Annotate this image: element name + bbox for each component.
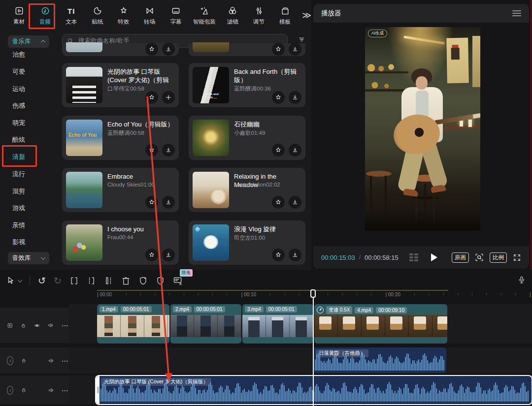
favorite-button[interactable] [272, 144, 285, 156]
download-button[interactable] [162, 249, 175, 261]
play-button[interactable] [431, 253, 437, 261]
delete-button[interactable] [121, 276, 131, 285]
playhead-handle[interactable] [310, 289, 316, 298]
category-yingshi[interactable]: 影视 [12, 238, 47, 247]
select-tool-button[interactable] [6, 276, 22, 285]
mute-track-icon[interactable] [48, 357, 54, 365]
favorite-button[interactable] [145, 91, 158, 104]
tab-templates[interactable]: 模板 [273, 5, 297, 26]
tab-captions[interactable]: 字幕 [164, 5, 188, 26]
split-button[interactable] [69, 276, 79, 285]
redo-button[interactable]: ↻ [54, 276, 62, 285]
tab-media[interactable]: 素材 [7, 5, 31, 26]
category-qingxin[interactable]: 清新 [12, 153, 47, 161]
timeline-ruler[interactable]: | 00:00| 00:10| 00:20| 00:30 [0, 289, 532, 301]
player-menu-icon[interactable] [512, 10, 521, 16]
remove-captions-button[interactable]: 限免 [173, 276, 183, 285]
lock-icon[interactable] [21, 322, 26, 329]
tab-adjust[interactable]: 调节 [247, 5, 271, 26]
category-yundong[interactable]: 运动 [12, 85, 47, 94]
preview-zoom-button[interactable] [475, 253, 484, 262]
favorite-button[interactable] [272, 91, 285, 104]
download-button[interactable] [289, 43, 301, 56]
category-kuxuan[interactable]: 酷炫 [12, 135, 47, 144]
song-artwork [66, 67, 102, 103]
tab-filters[interactable]: 滤镜 [221, 5, 245, 26]
hide-track-icon[interactable] [34, 321, 40, 330]
category-qinqing[interactable]: 亲情 [12, 221, 47, 230]
clip-trim-handle[interactable] [96, 376, 100, 404]
original-quality-button[interactable]: 原画 [452, 252, 469, 263]
audio-clip-title: 光阴的故事 口琴版 (Cover 罗大佑)（剪辑版） [101, 378, 211, 386]
video-clip-1[interactable]: 1.mp400:00:05:01 [97, 304, 169, 344]
tab-text[interactable]: TI 文本 [59, 5, 83, 26]
category-mengchong[interactable]: 萌宠 [12, 119, 47, 127]
favorite-button[interactable] [272, 43, 285, 56]
video-preview[interactable]: AI生成 [365, 27, 480, 231]
lock-icon[interactable] [21, 357, 27, 364]
frame-preview-icon[interactable] [409, 253, 418, 261]
video-clip-4[interactable]: 变速 0.5X 4.mp4 00:00:09:10 [314, 304, 447, 344]
favorite-button[interactable] [145, 144, 158, 156]
record-voiceover-icon[interactable] [517, 276, 526, 284]
favorite-button[interactable] [272, 249, 285, 261]
audio-clip-harmonica-selected[interactable]: 光阴的故事 口琴版 (Cover 罗大佑)（剪辑版） [96, 376, 532, 404]
category-keai[interactable]: 可爱 [12, 67, 47, 76]
track-more-options[interactable]: ⋯ [62, 321, 69, 329]
sound-effects-library-section[interactable]: 音效库 [8, 252, 49, 264]
track-more-options[interactable]: ⋯ [62, 357, 69, 365]
download-button[interactable] [289, 144, 301, 156]
video-clip-3[interactable]: 3.mp400:00:05:01 [242, 304, 313, 344]
split-keep-right-button[interactable] [104, 276, 113, 285]
music-card[interactable]: 光阴的故事 口琴版 (Cover 罗大佑)（剪辑版） 口琴伟宝00:58 [62, 63, 179, 107]
download-button[interactable] [162, 144, 175, 156]
aspect-ratio-button[interactable]: 比例 [490, 252, 507, 263]
undo-button[interactable]: ↺ [38, 276, 46, 285]
add-to-timeline-button[interactable] [162, 91, 175, 104]
music-card[interactable]: 浪漫 Vlog 旋律 司空左01:00 [189, 220, 305, 265]
download-button[interactable] [289, 91, 301, 104]
tab-smart-package[interactable]: 智能包装 [190, 5, 219, 26]
mute-track-icon[interactable] [48, 321, 54, 329]
download-button[interactable] [162, 43, 175, 56]
tab-audio[interactable]: 音频 [33, 5, 57, 26]
music-card[interactable]: Embrace Cloudy Skies01:00 [62, 168, 179, 212]
category-shanggan[interactable]: 伤感 [12, 101, 47, 110]
tab-effects[interactable]: 特效 [111, 5, 135, 26]
favorite-button[interactable] [145, 249, 158, 261]
music-card-partial[interactable] [62, 43, 179, 56]
music-card[interactable]: I choose you Frau00:44 [62, 220, 179, 265]
music-card[interactable]: Echo of You Echo of You（剪辑版） 蓝爵醺调00:58 [62, 116, 179, 160]
favorite-button[interactable] [145, 43, 158, 56]
video-clip-2[interactable]: 2.mp400:00:05:01 [170, 304, 241, 344]
category-youxi[interactable]: 游戏 [12, 204, 47, 213]
split-keep-left-button[interactable] [87, 276, 96, 285]
audio-clip-guitar[interactable]: 日落黄昏（吉他曲） [313, 347, 446, 373]
ai-protect-button[interactable] [138, 276, 148, 285]
music-card-partial[interactable] [189, 43, 305, 56]
audio-clip-title: 日落黄昏（吉他曲） [316, 349, 368, 357]
tab-sticker[interactable]: 贴纸 [85, 5, 109, 26]
category-hunjian[interactable]: 混剪 [12, 187, 47, 196]
track-more-options[interactable]: ⋯ [62, 386, 69, 394]
tab-transitions[interactable]: 转场 [137, 5, 162, 26]
song-artwork [193, 42, 229, 52]
protect-button[interactable] [156, 276, 165, 285]
song-artwork [66, 224, 102, 261]
audio-track-lane: 日落黄昏（吉他曲） [69, 347, 532, 374]
download-button[interactable] [162, 196, 175, 209]
fullscreen-button[interactable] [513, 253, 521, 262]
download-button[interactable] [289, 196, 301, 209]
mute-track-icon[interactable] [48, 386, 54, 394]
music-card[interactable]: Relaxing in the Meadow smeraldelion02:02 [189, 168, 305, 212]
music-card[interactable]: Back and Forth .... Back and Forth（剪辑版） … [189, 63, 305, 107]
category-liuxing[interactable]: 流行 [12, 170, 47, 179]
music-library-section[interactable]: 音乐库 [8, 35, 49, 48]
expand-panel-icon[interactable]: ≫ [302, 10, 311, 21]
favorite-button[interactable] [145, 196, 158, 209]
lock-icon[interactable] [21, 386, 27, 394]
category-zhiyu[interactable]: 治愈 [12, 50, 47, 59]
favorite-button[interactable] [272, 196, 285, 209]
download-button[interactable] [289, 249, 301, 261]
music-card[interactable]: 石径幽幽 小鑫歌01:49 [189, 116, 305, 160]
